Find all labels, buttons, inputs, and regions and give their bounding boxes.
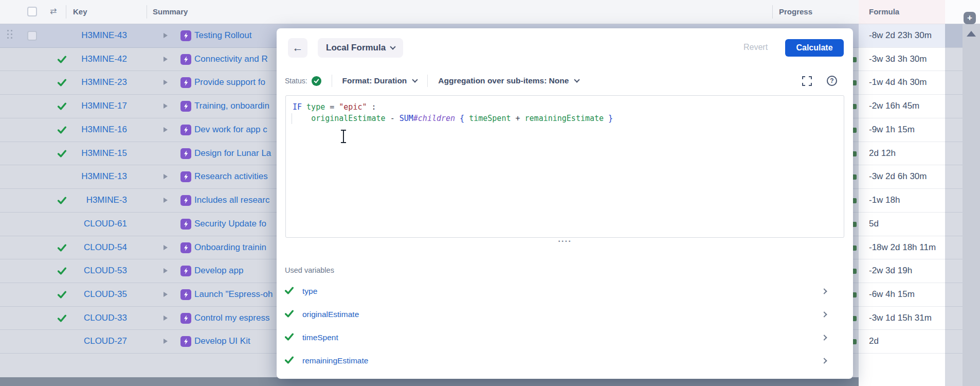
formula-cell[interactable]: -6w 4h 15m [859, 283, 945, 307]
editor-resize-handle[interactable]: ···· [277, 236, 853, 247]
expand-arrow-icon[interactable] [164, 80, 168, 85]
issue-key[interactable]: H3MINE-42 [70, 54, 127, 64]
chevron-right-icon[interactable] [821, 288, 827, 294]
drag-handle[interactable] [7, 30, 12, 42]
formula-cell[interactable]: -1w 18h [859, 189, 945, 213]
issue-summary[interactable]: Develop UI Kit [194, 336, 277, 346]
expand-arrow-icon[interactable] [164, 198, 168, 203]
variable-name[interactable]: type [302, 287, 317, 296]
chevron-down-icon[interactable] [574, 77, 580, 82]
formula-cell[interactable]: -9w 1h 15m [859, 118, 945, 142]
column-header-summary[interactable]: Summary [153, 7, 188, 16]
issue-summary[interactable]: Connectivity and R [194, 54, 277, 64]
header-divider [147, 5, 147, 19]
issue-key[interactable]: CLOUD-61 [70, 219, 127, 229]
formula-cell[interactable]: 2d [859, 330, 945, 354]
issue-key[interactable]: H3MINE-3 [70, 195, 127, 205]
variable-name[interactable]: timeSpent [302, 333, 338, 342]
add-column-button[interactable]: + [964, 12, 976, 24]
epic-type-icon [180, 54, 191, 65]
chevron-right-icon[interactable] [821, 311, 827, 317]
issue-summary[interactable]: Provide support fo [194, 77, 277, 87]
code-token: : [367, 102, 376, 112]
expand-arrow-icon[interactable] [164, 292, 168, 297]
formula-cell[interactable]: -8w 2d 23h 30m [859, 24, 945, 48]
issue-summary[interactable]: Dev work for app c [194, 125, 277, 135]
issue-key[interactable]: CLOUD-35 [70, 289, 127, 300]
row-strip-segment [945, 48, 963, 72]
issue-key[interactable]: CLOUD-53 [70, 266, 127, 276]
variable-name[interactable]: originalEstimate [302, 310, 359, 319]
formula-cell[interactable]: -18w 2d 18h 11m [859, 236, 945, 260]
formula-cell[interactable]: -3w 3d 3h 30m [859, 48, 945, 72]
issue-summary[interactable]: Testing Rollout [194, 30, 277, 41]
select-all-checkbox[interactable] [27, 7, 37, 16]
row-strip-segment [945, 236, 963, 260]
chevron-right-icon[interactable] [821, 358, 827, 363]
issue-summary[interactable]: Control my espress [194, 313, 277, 323]
issue-key[interactable]: H3MINE-16 [70, 125, 127, 135]
row-strip-segment [945, 283, 963, 307]
used-variable-row[interactable]: originalEstimate [285, 304, 845, 325]
formula-code-editor[interactable]: IF type = "epic" : originalEstimate - SU… [285, 95, 844, 238]
status-label: Status: [285, 77, 307, 85]
formula-cell[interactable]: 2d 12h [859, 142, 945, 166]
issue-key[interactable]: H3MINE-43 [70, 30, 127, 41]
scroll-up-icon[interactable] [967, 31, 976, 37]
issue-key[interactable]: CLOUD-54 [70, 242, 127, 253]
fullscreen-icon[interactable] [802, 76, 812, 88]
used-variable-row[interactable]: timeSpent [285, 327, 845, 348]
expand-arrow-icon[interactable] [164, 339, 168, 344]
back-button[interactable]: ← [288, 38, 307, 58]
chevron-down-icon[interactable] [412, 77, 418, 82]
formula-cell[interactable]: -3w 1d 15h 31m [859, 307, 945, 330]
expand-arrow-icon[interactable] [164, 57, 168, 62]
expand-arrow-icon[interactable] [164, 245, 168, 250]
issue-summary[interactable]: Launch "Espress-oh [194, 289, 277, 300]
formula-cell[interactable]: -1w 4d 4h 30m [859, 71, 945, 95]
expand-arrow-icon[interactable] [164, 33, 168, 38]
revert-button[interactable]: Revert [743, 43, 768, 52]
code-token: - [386, 114, 400, 123]
issue-summary[interactable]: Design for Lunar La [194, 148, 277, 159]
column-header-formula-cell[interactable]: Formula [859, 0, 945, 24]
issue-summary[interactable]: Research activities [194, 171, 277, 182]
formula-cell[interactable]: -2w 16h 45m [859, 95, 945, 118]
aggregation-dropdown-label[interactable]: Aggregation over sub-items: None [438, 76, 569, 85]
issue-key[interactable]: CLOUD-27 [70, 336, 127, 346]
expand-arrow-icon[interactable] [164, 174, 168, 179]
formula-cell[interactable]: 5d [859, 213, 945, 236]
issue-summary[interactable]: Develop app [194, 266, 277, 276]
used-variable-row[interactable]: type [285, 280, 845, 302]
row-checkbox[interactable] [27, 31, 37, 41]
column-header-key[interactable]: Key [73, 7, 87, 16]
expand-arrow-icon[interactable] [164, 315, 168, 321]
issue-key[interactable]: H3MINE-15 [70, 148, 127, 159]
used-variable-row[interactable]: remainingEstimate [285, 350, 845, 372]
issue-key[interactable]: H3MINE-23 [70, 77, 127, 87]
vertical-scrollbar[interactable] [963, 24, 980, 386]
issue-summary[interactable]: Onboarding trainin [194, 242, 277, 253]
chevron-right-icon[interactable] [821, 335, 827, 340]
issue-key[interactable]: H3MINE-13 [70, 171, 127, 182]
formula-cell[interactable]: -3w 2d 6h 30m [859, 165, 945, 189]
expand-arrow-icon[interactable] [164, 103, 168, 109]
formula-cell[interactable]: -2w 3d 19h [859, 259, 945, 283]
issue-summary[interactable]: Includes all researc [194, 195, 277, 205]
code-token: type [306, 102, 325, 112]
header-divider [66, 5, 66, 19]
formula-type-dropdown[interactable]: Local Formula [318, 38, 403, 58]
epic-type-icon [180, 313, 191, 324]
help-icon[interactable]: ? [827, 76, 837, 86]
expand-arrow-icon[interactable] [164, 268, 168, 273]
issue-key[interactable]: CLOUD-33 [70, 313, 127, 323]
format-dropdown-label[interactable]: Format: Duration [342, 76, 407, 85]
issue-key[interactable]: H3MINE-17 [70, 101, 127, 111]
swap-columns-icon[interactable]: ⇄ [50, 6, 57, 16]
issue-summary[interactable]: Security Update fo [194, 219, 277, 229]
column-header-progress[interactable]: Progress [779, 7, 812, 16]
calculate-button[interactable]: Calculate [785, 39, 844, 57]
issue-summary[interactable]: Training, onboardin [194, 101, 277, 111]
variable-name[interactable]: remainingEstimate [302, 356, 368, 365]
expand-arrow-icon[interactable] [164, 127, 168, 132]
